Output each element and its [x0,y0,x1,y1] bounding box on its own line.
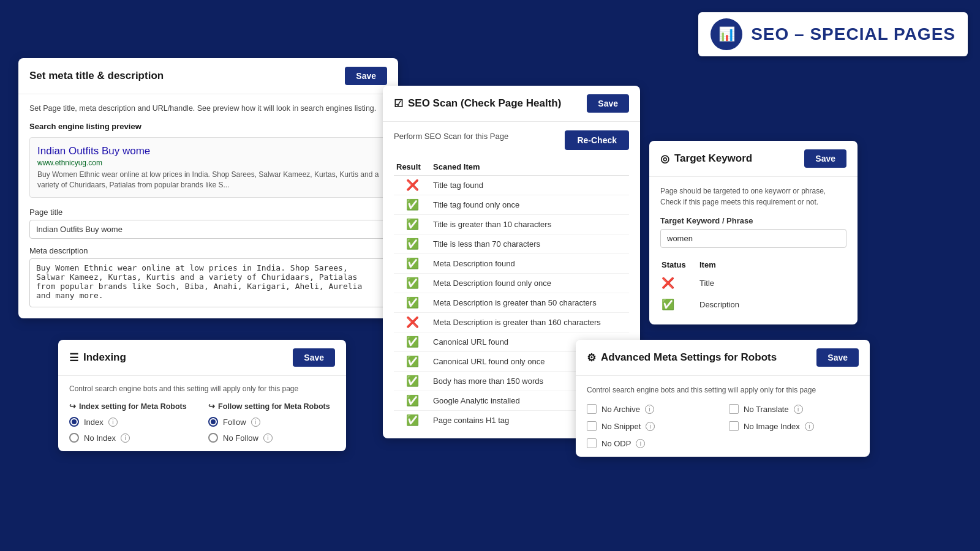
keyword-subtitle: Page should be targeted to one keyworr o… [660,186,846,208]
meta-save-button[interactable]: Save [345,67,387,85]
meta-desc-textarea[interactable]: Buy Women Ethnic wear online at low pric… [29,258,387,307]
keyword-save-button[interactable]: Save [804,149,846,168]
preview-title: Indian Outfits Buy wome [37,145,379,157]
cross-icon: ❌ [406,317,419,328]
advanced-save-button[interactable]: Save [816,348,859,367]
card-meta-title: Set meta title & description Save Set Pa… [18,58,398,318]
scan-item-label: Title tag found only once [431,195,629,215]
search-preview: Indian Outfits Buy wome www.ethnicyug.co… [29,137,387,198]
scan-status-cell: ✅ [394,372,431,391]
gear-icon: ⚙ [587,351,596,364]
no-odp-info-icon[interactable]: i [636,439,645,448]
card-indexing-header: ☰ Indexing Save [58,340,346,376]
radio-follow[interactable]: Follow i [208,417,335,427]
follow-col-header: ↪ Follow setting for Meta Robots [208,402,335,411]
page-title: SEO – SPECIAL PAGES [751,24,956,44]
check-icon: ✅ [406,277,419,289]
meta-section-label: Search engine listing preview [29,122,387,131]
scan-item-label: Title is greater than 10 characters [431,215,629,234]
cb-no-odp[interactable]: No ODP i [587,438,717,448]
kw-status-cell: ❌ [662,273,698,293]
card-keyword-header: ◎ Target Keyword Save [649,141,858,177]
chart-icon: 📊 [718,26,735,42]
scan-table-row: ✅Title tag found only once [394,195,629,215]
scan-table-row: ✅Meta Description is greater than 50 cha… [394,293,629,313]
meta-desc-label: Meta description [29,246,387,255]
cb-no-translate-box [729,404,739,414]
kw-col-item: Item [699,258,845,272]
col-scaned: Scaned Item [431,159,629,176]
no-snippet-info-icon[interactable]: i [646,422,655,431]
check-icon: ✅ [406,297,419,309]
check-icon: ✅ [406,375,419,387]
scan-table-row: ✅Meta Description found [394,254,629,274]
scan-status-cell: ✅ [394,254,431,274]
scan-status-cell: ❌ [394,313,431,332]
scan-status-cell: ✅ [394,215,431,234]
scan-table-row: ✅Meta Description found only once [394,274,629,293]
radio-no-follow[interactable]: No Follow i [208,433,335,443]
scan-table-row: ✅Title is greater than 10 characters [394,215,629,234]
scan-table-row: ❌Title tag found [394,176,629,195]
radio-follow-circle [208,417,218,427]
index-radio-group: Index i No Index i [69,417,196,443]
cb-no-archive-box [587,404,597,414]
follow-col: ↪ Follow setting for Meta Robots Follow … [208,402,335,443]
radio-index[interactable]: Index i [69,417,196,427]
cb-no-image-index[interactable]: No Image Index i [729,421,859,431]
cb-no-odp-box [587,438,597,448]
scan-table-row: ✅Title is less than 70 characters [394,234,629,254]
target-icon: ◎ [660,152,669,165]
follow-info-icon[interactable]: i [251,418,260,427]
no-follow-info-icon[interactable]: i [263,433,273,443]
cb-no-snippet-label: No Snippet [601,422,641,431]
cb-no-archive[interactable]: No Archive i [587,404,717,414]
keyword-input[interactable] [660,229,846,248]
keyword-field-label: Target Keyword / Phrase [660,216,846,225]
card-advanced-meta: ⚙ Advanced Meta Settings for Robots Save… [576,340,870,457]
scan-save-button[interactable]: Save [587,94,629,113]
radio-no-index[interactable]: No Index i [69,433,196,443]
keyword-table-row: ✅Description [662,294,845,315]
scan-item-label: Meta Description is greater than 160 cha… [431,313,629,332]
index-info-icon[interactable]: i [108,418,118,427]
cb-no-snippet[interactable]: No Snippet i [587,421,717,431]
check-icon: ✅ [406,414,419,426]
card-meta-title-label: Set meta title & description [29,70,164,82]
kw-item-label: Description [699,294,845,315]
keyword-status-table: Status Item ❌Title✅Description [660,257,846,316]
check-icon: ✅ [406,199,419,211]
indexing-subtitle: Control search engine bots and this sett… [69,384,335,393]
card-indexing-body: Control search engine bots and this sett… [58,376,346,451]
check-icon: ✅ [406,238,419,250]
no-index-info-icon[interactable]: i [121,433,130,443]
advanced-options-grid: No Archive i No Translate i No Snippet i… [587,404,859,448]
scan-status-cell: ✅ [394,332,431,352]
scan-status-cell: ✅ [394,352,431,372]
card-advanced-body: Control search engine bots and this sett… [576,376,870,457]
radio-no-follow-circle [208,433,218,443]
no-archive-info-icon[interactable]: i [645,405,654,414]
recheck-button[interactable]: Re-Check [565,130,629,150]
header-bar: 📊 SEO – SPECIAL PAGES [698,12,968,56]
cb-no-translate[interactable]: No Translate i [729,404,859,414]
radio-no-index-circle [69,433,79,443]
keyword-table-row: ❌Title [662,273,845,293]
radio-no-index-label: No Index [84,433,116,443]
page-title-input[interactable] [29,220,387,239]
kw-status-cell: ✅ [662,294,698,315]
no-translate-info-icon[interactable]: i [794,405,803,414]
no-image-index-info-icon[interactable]: i [805,422,814,431]
checkmark-icon: ☑ [394,97,403,110]
page-title-label: Page title [29,208,387,217]
scan-item-label: Meta Description found only once [431,274,629,293]
card-indexing: ☰ Indexing Save Control search engine bo… [58,340,346,451]
card-advanced-title: ⚙ Advanced Meta Settings for Robots [587,351,777,364]
check-icon: ✅ [406,356,419,367]
radio-no-follow-label: No Follow [223,433,258,443]
scan-status-cell: ✅ [394,391,431,411]
follow-cursor-icon: ↪ [208,402,215,411]
indexing-save-button[interactable]: Save [293,348,335,367]
card-scan-header: ☑ SEO Scan (Check Page Health) Save [383,86,640,122]
meta-subtitle: Set Page title, meta description and URL… [29,103,387,114]
